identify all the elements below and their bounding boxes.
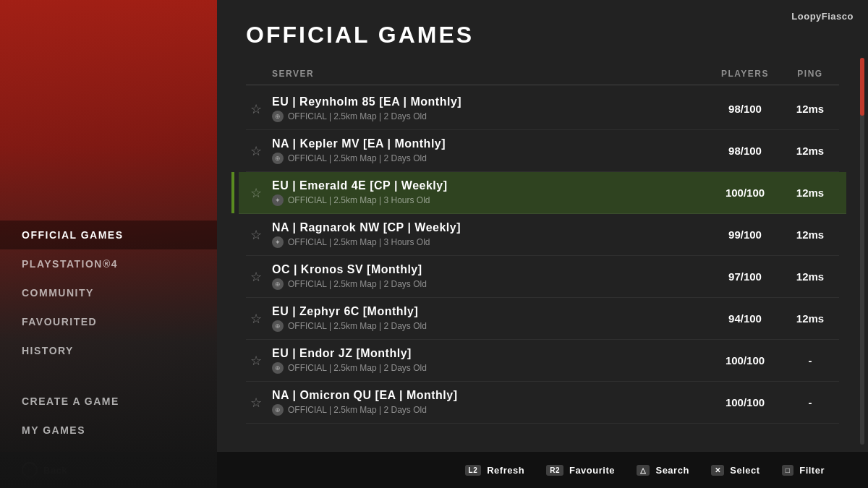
server-row-6[interactable]: ☆ EU | Endor JZ [Monthly] ⊕ OFFICIAL | 2… (246, 340, 839, 382)
ping-6: - (781, 354, 839, 367)
meta-text-1: OFFICIAL | 2.5km Map | 2 Days Old (288, 153, 427, 163)
players-3: 99/100 (709, 228, 781, 241)
server-row-5[interactable]: ☆ EU | Zephyr 6C [Monthly] ⊕ OFFICIAL | … (246, 298, 839, 340)
server-row-0[interactable]: ☆ EU | Reynholm 85 [EA | Monthly] ⊕ OFFI… (246, 88, 839, 130)
main-content: LoopyFiasco OFFICIAL GAMES SERVER PLAYER… (217, 0, 868, 488)
favourite-star-7[interactable]: ☆ (246, 393, 266, 413)
cp-icon-3: ✦ (272, 236, 284, 248)
search-badge: △ (637, 465, 650, 476)
players-0: 98/100 (709, 103, 781, 115)
search-label: Search (655, 465, 689, 476)
server-meta-3: ✦ OFFICIAL | 2.5km Map | 3 Hours Old (272, 236, 709, 248)
server-row-1[interactable]: ☆ NA | Kepler MV [EA | Monthly] ⊕ OFFICI… (246, 130, 839, 172)
favourite-badge: R2 (546, 465, 563, 476)
server-meta-1: ⊕ OFFICIAL | 2.5km Map | 2 Days Old (272, 153, 709, 164)
players-5: 94/100 (709, 312, 781, 325)
server-name-7: NA | Omicron QU [EA | Monthly] (272, 389, 709, 402)
server-meta-2: ✦ OFFICIAL | 2.5km Map | 3 Hours Old (272, 194, 709, 206)
server-name-2: EU | Emerald 4E [CP | Weekly] (272, 179, 709, 192)
filter-action[interactable]: □ Filter (782, 465, 825, 476)
col-header-ping: PING (781, 69, 839, 79)
scrollbar-track[interactable] (860, 58, 864, 445)
server-info-3: NA | Ragnarok NW [CP | Weekly] ✦ OFFICIA… (272, 221, 709, 248)
official-icon-5: ⊕ (272, 320, 284, 332)
sidebar-item-playstation4[interactable]: PLAYSTATION®4 (0, 249, 217, 278)
server-name-5: EU | Zephyr 6C [Monthly] (272, 305, 709, 318)
server-info-7: NA | Omicron QU [EA | Monthly] ⊕ OFFICIA… (272, 389, 709, 416)
server-name-3: NA | Ragnarok NW [CP | Weekly] (272, 221, 709, 234)
favourite-label: Favourite (569, 465, 615, 476)
meta-text-5: OFFICIAL | 2.5km Map | 2 Days Old (288, 321, 427, 331)
server-meta-6: ⊕ OFFICIAL | 2.5km Map | 2 Days Old (272, 362, 709, 374)
server-info-0: EU | Reynholm 85 [EA | Monthly] ⊕ OFFICI… (272, 95, 709, 122)
players-2: 100/100 (709, 187, 781, 199)
meta-text-7: OFFICIAL | 2.5km Map | 2 Days Old (288, 405, 427, 415)
server-info-5: EU | Zephyr 6C [Monthly] ⊕ OFFICIAL | 2.… (272, 305, 709, 332)
server-info-2: EU | Emerald 4E [CP | Weekly] ✦ OFFICIAL… (272, 179, 709, 206)
sidebar-item-my-games[interactable]: MY GAMES (0, 416, 217, 445)
ping-2: 12ms (781, 187, 839, 199)
official-icon-1: ⊕ (272, 153, 284, 164)
official-icon-0: ⊕ (272, 111, 284, 122)
ping-4: 12ms (781, 270, 839, 283)
official-icon-4: ⊕ (272, 278, 284, 290)
sidebar-item-official-games[interactable]: OFFICIAL GAMES (0, 221, 217, 249)
official-icon-6: ⊕ (272, 362, 284, 374)
meta-text-4: OFFICIAL | 2.5km Map | 2 Days Old (288, 279, 427, 289)
scrollbar-thumb[interactable] (860, 58, 864, 116)
sidebar-item-history[interactable]: HISTORY (0, 336, 217, 365)
server-meta-7: ⊕ OFFICIAL | 2.5km Map | 2 Days Old (272, 404, 709, 416)
table-header: SERVER PLAYERS PING (246, 63, 839, 85)
col-header-server: SERVER (246, 69, 709, 79)
select-action[interactable]: ✕ Select (711, 465, 760, 476)
favourite-action[interactable]: R2 Favourite (546, 465, 615, 476)
meta-text-2: OFFICIAL | 2.5km Map | 3 Hours Old (288, 195, 430, 205)
server-row-3[interactable]: ☆ NA | Ragnarok NW [CP | Weekly] ✦ OFFIC… (246, 214, 839, 256)
filter-label: Filter (799, 465, 825, 476)
cp-icon-2: ✦ (272, 194, 284, 206)
server-name-6: EU | Endor JZ [Monthly] (272, 347, 709, 360)
refresh-action[interactable]: L2 Refresh (465, 465, 525, 476)
official-icon-7: ⊕ (272, 404, 284, 416)
ping-0: 12ms (781, 103, 839, 115)
refresh-badge: L2 (465, 465, 482, 476)
col-header-players: PLAYERS (709, 69, 781, 79)
sidebar-item-community[interactable]: COMMUNITY (0, 278, 217, 307)
favourite-star-1[interactable]: ☆ (246, 141, 266, 161)
sidebar-item-favourited[interactable]: FAVOURITED (0, 307, 217, 336)
meta-text-3: OFFICIAL | 2.5km Map | 3 Hours Old (288, 237, 430, 247)
server-row-4[interactable]: ☆ OC | Kronos SV [Monthly] ⊕ OFFICIAL | … (246, 256, 839, 298)
favourite-star-4[interactable]: ☆ (246, 267, 266, 287)
favourite-star-5[interactable]: ☆ (246, 309, 266, 329)
favourite-star-6[interactable]: ☆ (246, 351, 266, 371)
ping-3: 12ms (781, 228, 839, 241)
sidebar-divider (0, 365, 217, 387)
refresh-label: Refresh (487, 465, 524, 476)
favourite-star-2[interactable]: ☆ (246, 183, 266, 203)
server-meta-5: ⊕ OFFICIAL | 2.5km Map | 2 Days Old (272, 320, 709, 332)
ping-5: 12ms (781, 312, 839, 325)
page-title: OFFICIAL GAMES (246, 22, 839, 48)
server-meta-0: ⊕ OFFICIAL | 2.5km Map | 2 Days Old (272, 111, 709, 122)
ping-7: - (781, 396, 839, 408)
select-badge: ✕ (711, 465, 725, 476)
server-info-6: EU | Endor JZ [Monthly] ⊕ OFFICIAL | 2.5… (272, 347, 709, 374)
search-action[interactable]: △ Search (637, 465, 689, 476)
favourite-star-0[interactable]: ☆ (246, 99, 266, 119)
server-info-4: OC | Kronos SV [Monthly] ⊕ OFFICIAL | 2.… (272, 263, 709, 290)
players-6: 100/100 (709, 354, 781, 367)
select-label: Select (730, 465, 760, 476)
sidebar-item-create-game[interactable]: CREATE A GAME (0, 387, 217, 416)
server-name-4: OC | Kronos SV [Monthly] (272, 263, 709, 276)
server-row-7[interactable]: ☆ NA | Omicron QU [EA | Monthly] ⊕ OFFIC… (246, 382, 839, 424)
favourite-star-3[interactable]: ☆ (246, 225, 266, 245)
ping-1: 12ms (781, 145, 839, 157)
meta-text-0: OFFICIAL | 2.5km Map | 2 Days Old (288, 111, 427, 121)
server-row-2[interactable]: ☆ EU | Emerald 4E [CP | Weekly] ✦ OFFICI… (239, 172, 846, 214)
server-meta-4: ⊕ OFFICIAL | 2.5km Map | 2 Days Old (272, 278, 709, 290)
server-name-1: NA | Kepler MV [EA | Monthly] (272, 137, 709, 150)
players-1: 98/100 (709, 145, 781, 157)
server-name-0: EU | Reynholm 85 [EA | Monthly] (272, 95, 709, 108)
server-info-1: NA | Kepler MV [EA | Monthly] ⊕ OFFICIAL… (272, 137, 709, 164)
players-4: 97/100 (709, 270, 781, 283)
